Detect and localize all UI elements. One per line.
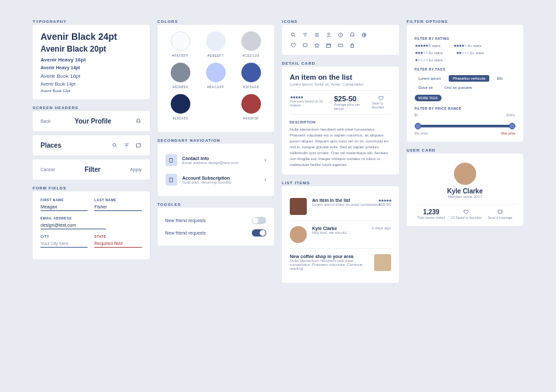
type-sample: Avenir Black 20pt — [41, 44, 142, 54]
list-item[interactable]: An item in the listLorem ipsum dolor sit… — [290, 193, 391, 221]
toggles-section: TOGGLES New friend requests New friend r… — [158, 203, 275, 246]
svg-rect-11 — [498, 210, 502, 213]
detail-card-section: DETAIL CARD An item on the list Lorem ip… — [282, 61, 399, 174]
saved-count: 23 — [451, 216, 455, 220]
color-swatch: #3F5AA6 — [236, 63, 266, 89]
svg-rect-2 — [169, 178, 173, 182]
state-input[interactable]: Required field — [94, 240, 141, 248]
heart-icon[interactable] — [463, 208, 470, 215]
page-title: Places — [41, 142, 61, 149]
calendar-icon[interactable] — [325, 42, 332, 48]
tag[interactable]: Orci ex posuere — [440, 84, 476, 91]
card-icon[interactable] — [337, 42, 343, 48]
color-swatch: #FAFBFF — [165, 31, 196, 57]
list-icon[interactable] — [313, 31, 320, 38]
apply-button[interactable]: Apply — [130, 167, 142, 172]
thumbnail — [374, 254, 391, 271]
rating-option-3[interactable]: ★★★★★ 3+ stars — [415, 50, 443, 55]
city-input[interactable]: Your city here — [41, 240, 88, 248]
section-title: LIST ITEMS — [282, 181, 399, 185]
field-label: CITY — [41, 235, 88, 238]
email-input[interactable]: design@test.com — [41, 221, 106, 229]
bell-icon[interactable] — [349, 31, 355, 38]
save-label: Save to favorites — [372, 101, 391, 109]
bell-icon[interactable] — [135, 118, 142, 125]
list-item-title: New coffee shop in your area — [290, 254, 369, 259]
toggle-label: New friend requests — [165, 231, 206, 235]
back-button[interactable]: Back — [41, 119, 51, 123]
search-icon[interactable] — [290, 31, 296, 38]
rating-option-1[interactable]: ★★★★★ 1+ stars — [415, 57, 443, 62]
detail-card: An item on the list Lorem ipsum, Dolor s… — [282, 67, 399, 174]
secondary-nav-section: SECONDARY NAVIGATION Contact InfoEmail a… — [158, 139, 275, 196]
color-swatch: #E8EEF7 — [201, 31, 231, 57]
chat-icon[interactable] — [302, 42, 308, 48]
toggle-off[interactable] — [252, 217, 266, 224]
type-sample: Avenir Book 16pt — [41, 73, 142, 79]
clock-icon[interactable] — [337, 31, 343, 38]
typography-section: TYPOGRAPHY Avenir Black 24pt Avenir Blac… — [33, 20, 150, 99]
user-icon[interactable] — [325, 31, 332, 38]
toggle-on[interactable] — [252, 229, 266, 237]
chat-icon[interactable] — [497, 208, 504, 215]
icons-card — [282, 25, 399, 55]
search-icon[interactable] — [112, 142, 118, 149]
toggle-label: New friend requests — [165, 218, 206, 223]
rating-option-5[interactable]: ★★★★★ 5 stars — [415, 43, 441, 48]
section-title: TOGGLES — [158, 203, 275, 206]
section-title: FILTER OPTIONS — [407, 20, 524, 24]
more-tags-button[interactable]: MORE TAGS — [415, 95, 442, 101]
section-title: ICONS — [282, 20, 399, 24]
list-item[interactable]: Kyle ClarkeHey bud, we should… 2 days ag… — [290, 221, 391, 249]
avatar — [454, 163, 476, 185]
heart-outline-icon[interactable] — [378, 95, 385, 101]
heart-icon[interactable] — [290, 42, 296, 48]
rating-stars: ★★★★★ — [290, 95, 325, 99]
tag[interactable]: Dolor sit — [415, 84, 437, 91]
list-items-section: LIST ITEMS An item in the listLorem ipsu… — [282, 181, 399, 283]
price: $25-50 — [334, 95, 363, 103]
document-icon — [165, 154, 177, 166]
send-message[interactable]: Send a message — [488, 216, 513, 220]
map-icon[interactable] — [135, 142, 142, 149]
header-filter: Cancel Filter Apply — [33, 159, 150, 180]
globe-icon[interactable] — [360, 31, 367, 38]
places-label: Total places visited — [417, 216, 445, 220]
header-places: Places — [33, 135, 150, 155]
tag[interactable]: Lorem ipsum — [415, 75, 445, 82]
nav-item-subscription[interactable]: Account SubscriptionGold plan, recurring… — [165, 170, 267, 189]
detail-heading: An item on the list — [290, 73, 391, 81]
filter-rating-title: FILTER BY RATING — [415, 37, 516, 41]
list-item[interactable]: New coffee shop in your areaNulla elemen… — [290, 249, 391, 276]
chevron-right-icon: › — [264, 176, 266, 183]
lock-icon[interactable] — [349, 42, 355, 48]
tag[interactable]: Elit — [493, 75, 506, 82]
nav-item-contact[interactable]: Contact InfoEmail address design@test.co… — [165, 150, 267, 170]
section-title: COLORS — [158, 20, 275, 24]
form-card: FIRST NAMEMeagan LAST NAMEFisher EMAIL A… — [33, 191, 150, 259]
color-swatch: #CED1D9 — [236, 31, 266, 57]
first-name-input[interactable]: Meagan — [41, 203, 88, 211]
svg-rect-10 — [351, 45, 354, 47]
price-slider[interactable] — [415, 121, 516, 131]
colors-section: COLORS #FAFBFF#E8EEF7#CED1D9#828B99#BACA… — [158, 20, 275, 132]
tag-active[interactable]: Phasellus vehicula — [449, 75, 489, 82]
document-icon — [165, 174, 177, 186]
filter-icon[interactable] — [302, 31, 308, 38]
section-title: SECONDARY NAVIGATION — [158, 139, 275, 142]
star-icon[interactable] — [313, 42, 320, 48]
type-sample: Avenir Black 24pt — [41, 31, 142, 42]
cancel-button[interactable]: Cancel — [41, 167, 55, 172]
filter-options-section: FILTER OPTIONS FILTER BY RATING ★★★★★ 5 … — [407, 20, 524, 142]
type-sample: Avenir Book 14pt — [41, 82, 142, 86]
last-name-input[interactable]: Fisher — [94, 203, 141, 211]
nav-item-subtitle: Gold plan, recurring monthly — [182, 180, 232, 184]
rating-option-4[interactable]: ★★★★★ 4+ stars — [453, 43, 481, 48]
rating-option-2[interactable]: ★★★★★ 2+ stars — [456, 50, 484, 55]
price-min: $0 — [415, 113, 419, 117]
list-item-title: An item in the list — [312, 198, 381, 203]
color-swatches: #FAFBFF#E8EEF7#CED1D9#828B99#BACAFF#3F5A… — [158, 25, 275, 132]
avatar — [290, 226, 307, 243]
color-swatch: #BACAFF — [201, 63, 231, 89]
filter-icon[interactable] — [124, 142, 130, 149]
